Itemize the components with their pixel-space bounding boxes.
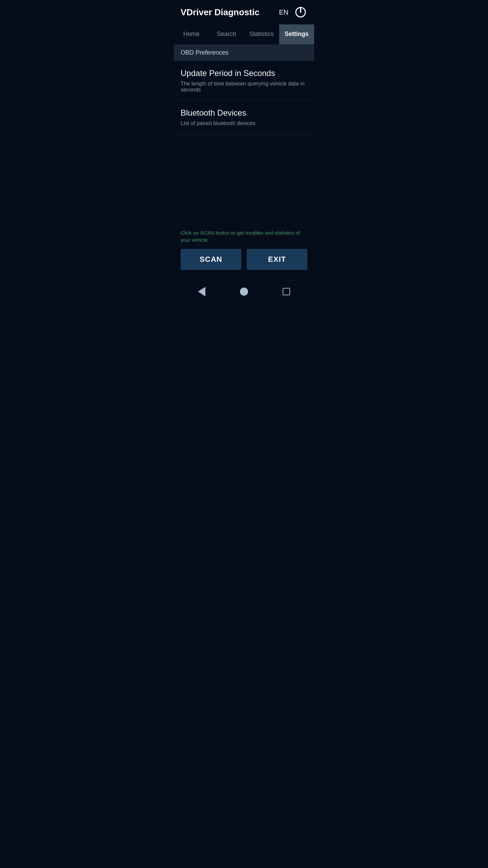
- footer-area: Click on SCAN button to get troubles and…: [174, 222, 314, 280]
- home-icon: [240, 288, 248, 296]
- settings-list: Update Period in Seconds The length of t…: [174, 61, 314, 222]
- settings-item-bluetooth[interactable]: Bluetooth Devices List of paired bluetoo…: [174, 101, 314, 134]
- tab-search[interactable]: Search: [209, 24, 244, 44]
- scan-button[interactable]: SCAN: [181, 249, 241, 270]
- tab-statistics[interactable]: Statistics: [244, 24, 279, 44]
- footer-hint: Click on SCAN button to get troubles and…: [181, 229, 307, 243]
- tab-home[interactable]: Home: [174, 24, 209, 44]
- section-header: OBD Preferences: [174, 44, 314, 61]
- tab-bar: Home Search Statistics Settings: [174, 24, 314, 44]
- language-label[interactable]: EN: [279, 8, 288, 16]
- settings-item-update-period[interactable]: Update Period in Seconds The length of t…: [174, 61, 314, 101]
- power-icon[interactable]: [294, 5, 307, 19]
- settings-item-bluetooth-title: Bluetooth Devices: [181, 108, 307, 118]
- recent-icon: [283, 288, 290, 295]
- app-header: VDriver Diagnostic EN: [174, 0, 314, 24]
- settings-item-update-period-title: Update Period in Seconds: [181, 68, 307, 78]
- back-icon: [198, 287, 205, 296]
- settings-item-bluetooth-desc: List of paired bluetooth devices.: [181, 120, 307, 126]
- nav-recent-button[interactable]: [283, 288, 290, 295]
- nav-home-button[interactable]: [240, 288, 248, 296]
- app-title: VDriver Diagnostic: [181, 7, 260, 18]
- tab-settings[interactable]: Settings: [279, 24, 314, 44]
- exit-button[interactable]: EXIT: [247, 249, 307, 270]
- header-actions: EN: [279, 5, 307, 19]
- settings-item-update-period-desc: The length of time between querying vehi…: [181, 81, 307, 93]
- button-row: SCAN EXIT: [181, 249, 307, 270]
- nav-back-button[interactable]: [198, 287, 205, 296]
- nav-bar: [174, 280, 314, 304]
